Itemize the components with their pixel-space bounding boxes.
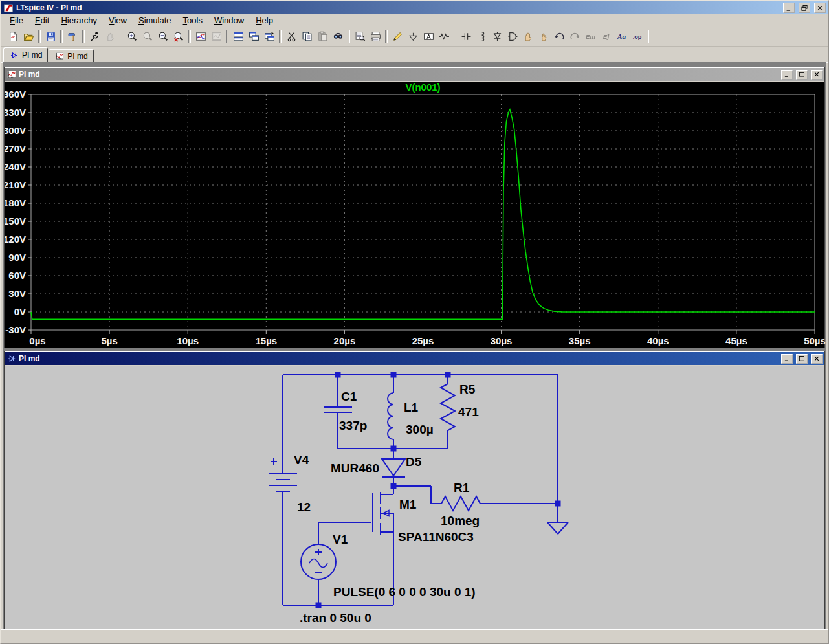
component-L1-symbol[interactable]: [388, 393, 393, 439]
component-V1-symbol[interactable]: [301, 544, 336, 579]
component-C1-labels[interactable]: C1337p: [339, 390, 367, 432]
wire-icon: [392, 31, 403, 42]
minimize-button[interactable]: [783, 3, 795, 13]
main-titlebar[interactable]: LTspice IV - PI md: [1, 1, 828, 14]
waveform-close-button[interactable]: [811, 70, 823, 80]
spice-directive-text[interactable]: .tran 0 50u 0: [300, 611, 371, 625]
zoom-full-extents-button[interactable]: [171, 28, 186, 44]
control-panel-button[interactable]: [65, 28, 80, 44]
rotate-icon: E]: [601, 31, 612, 42]
toolbar: EmE]Aa.op: [1, 27, 828, 47]
component-D5-symbol[interactable]: [382, 459, 405, 477]
save-button[interactable]: [43, 28, 58, 44]
svg-text:50µs: 50µs: [804, 335, 826, 346]
schematic-close-button[interactable]: [811, 354, 823, 364]
svg-text:V4: V4: [294, 453, 309, 467]
cascade-windows-button[interactable]: [246, 28, 261, 44]
ground-symbol[interactable]: [547, 522, 568, 534]
svg-text:30V: 30V: [8, 288, 26, 299]
menu-item-view[interactable]: View: [103, 15, 133, 26]
maximize-icon: [798, 71, 806, 78]
drag-button[interactable]: [536, 28, 551, 44]
svg-text:270V: 270V: [5, 143, 26, 154]
toolbar-separator: [385, 30, 388, 43]
print-preview-button[interactable]: [352, 28, 368, 44]
svg-text:210V: 210V: [5, 179, 26, 190]
undo-icon: [554, 31, 565, 42]
svg-text:90V: 90V: [8, 252, 26, 263]
zoom-out-button[interactable]: [155, 28, 171, 44]
tab-2-waveform[interactable]: PI md: [49, 49, 93, 62]
schematic-wires[interactable]: [283, 375, 558, 605]
schematic-svg[interactable]: C1337pL1300µR5471V412D5MUR460M1SPA11N60C…: [5, 366, 828, 632]
svg-text:360V: 360V: [5, 89, 26, 100]
schematic-window-titlebar[interactable]: PI md: [5, 352, 824, 365]
component-R1-labels[interactable]: R110meg: [441, 481, 480, 527]
resistor-icon: [439, 31, 450, 42]
close-button[interactable]: [814, 3, 826, 13]
waveform-minimize-button[interactable]: [781, 70, 793, 80]
find-button[interactable]: [330, 28, 346, 44]
toolbar-separator: [348, 30, 350, 43]
component-L1-labels[interactable]: L1300µ: [404, 401, 434, 436]
waveform-plot-svg[interactable]: 360V330V300V270V240V210V180V150V120V90V6…: [5, 82, 828, 348]
spice-directive-button[interactable]: .op: [629, 28, 645, 44]
menu-item-file[interactable]: File: [4, 15, 29, 26]
move-button[interactable]: [520, 28, 536, 44]
wire-button[interactable]: [390, 28, 405, 44]
autorange-button[interactable]: [193, 28, 208, 44]
arrange-windows-button[interactable]: [261, 28, 277, 44]
net-label-button[interactable]: [421, 28, 436, 44]
menu-item-edit[interactable]: Edit: [29, 15, 55, 26]
waveform-plot-pane[interactable]: 360V330V300V270V240V210V180V150V120V90V6…: [5, 82, 824, 348]
tab-1-schematic[interactable]: PI md: [3, 47, 48, 62]
inductor-button[interactable]: [474, 28, 489, 44]
find-icon: [333, 31, 344, 42]
capacitor-button[interactable]: [458, 28, 474, 44]
zoom-in-button[interactable]: [124, 28, 140, 44]
component-D5-labels[interactable]: D5MUR460: [331, 455, 422, 475]
schematic-canvas[interactable]: C1337pL1300µR5471V412D5MUR460M1SPA11N60C…: [5, 366, 824, 632]
waveform-window-title: PI md: [19, 70, 778, 79]
toolbar-separator: [38, 30, 41, 43]
waveform-maximize-button[interactable]: [796, 70, 808, 80]
print-button[interactable]: [368, 28, 383, 44]
resistor-button[interactable]: [436, 28, 452, 44]
component-R5-labels[interactable]: R5471: [458, 383, 479, 419]
tile-windows-button[interactable]: [230, 28, 246, 44]
ltspice-logo-icon: [3, 3, 14, 13]
open-button[interactable]: [21, 28, 36, 44]
menu-item-tools[interactable]: Tools: [177, 15, 208, 26]
ground-button[interactable]: [405, 28, 421, 44]
tile-windows-icon: [233, 31, 244, 42]
menu-item-simulate[interactable]: Simulate: [133, 15, 177, 26]
undo-button[interactable]: [551, 28, 567, 44]
schematic-minimize-button[interactable]: [781, 354, 793, 364]
cut-button[interactable]: [283, 28, 299, 44]
waveform-window-titlebar[interactable]: PI md: [5, 68, 824, 81]
net-label-icon: [423, 31, 434, 42]
component-C1-symbol[interactable]: [324, 407, 352, 412]
toolbar-separator: [279, 30, 282, 43]
print-preview-icon: [355, 31, 366, 42]
menu-item-window[interactable]: Window: [208, 15, 250, 26]
svg-text:150V: 150V: [5, 216, 26, 227]
component-R5-symbol[interactable]: [441, 384, 455, 432]
component-R1-symbol[interactable]: [441, 496, 480, 511]
component-button[interactable]: [505, 28, 520, 44]
component-V4-labels[interactable]: V412: [294, 453, 311, 514]
trace-label[interactable]: V(n001): [405, 82, 440, 93]
restore-button[interactable]: [799, 3, 810, 13]
schematic-maximize-button[interactable]: [796, 354, 808, 364]
copy-button[interactable]: [299, 28, 315, 44]
menu-item-help[interactable]: Help: [250, 15, 279, 26]
menu-item-hierarchy[interactable]: Hierarchy: [55, 15, 103, 26]
text-button[interactable]: Aa: [613, 28, 629, 44]
run-button[interactable]: [87, 28, 102, 44]
new-schematic-button[interactable]: [5, 28, 21, 44]
halt-icon: [105, 31, 116, 42]
window-title: LTspice IV - PI md: [16, 3, 779, 12]
svg-text:40µs: 40µs: [647, 335, 669, 346]
close-icon: [816, 5, 824, 12]
diode-button[interactable]: [489, 28, 505, 44]
